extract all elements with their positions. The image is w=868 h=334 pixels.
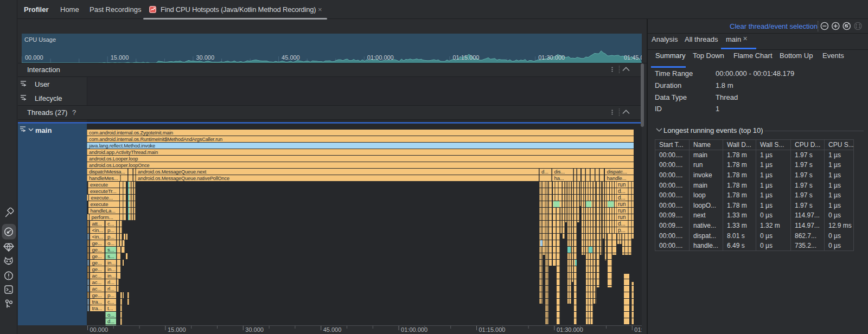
svg-text:in...: in... [107, 266, 116, 272]
svg-text:handleMes...: handleMes... [89, 175, 118, 181]
svg-text:d...: d... [618, 188, 626, 194]
svg-text:00.000: 00.000 [25, 54, 43, 61]
svg-text:o...: o... [107, 312, 114, 318]
svg-text:CPU Usage: CPU Usage [24, 36, 56, 43]
svg-text:15.000: 15.000 [111, 54, 129, 61]
svg-text:30.000: 30.000 [245, 326, 264, 333]
svg-text:01:30.000: 01:30.000 [557, 326, 583, 333]
svg-text:01:15.000: 01:15.000 [453, 54, 480, 61]
svg-text:tra...: tra... [92, 305, 103, 311]
svg-text:java.lang.reflect.Method.invok: java.lang.reflect.Method.invoke [88, 143, 155, 149]
svg-text:att...: att... [92, 221, 102, 227]
svg-text:01:45.0: 01:45.0 [624, 54, 644, 61]
svg-text:rl...: rl... [107, 286, 114, 292]
svg-text:p...: p... [107, 234, 114, 240]
svg-text:ge...: ge... [92, 292, 102, 298]
svg-text:run: run [618, 201, 626, 207]
svg-text:30.000: 30.000 [196, 54, 214, 61]
svg-text:run: run [618, 208, 626, 214]
svg-text:c...: c... [107, 299, 114, 305]
svg-text:tra...: tra... [92, 299, 103, 305]
svg-text:p...: p... [107, 292, 114, 298]
svg-text:d...: d... [107, 318, 114, 324]
svg-text:Lifecycle: Lifecycle [35, 94, 62, 102]
svg-text:execute: execute [91, 201, 108, 207]
svg-text:<in...: <in... [92, 227, 103, 233]
svg-text:s...: s... [107, 247, 114, 253]
svg-text:perform...: perform... [92, 214, 113, 220]
svg-text:s...: s... [107, 253, 114, 259]
svg-text:ge...: ge... [92, 260, 102, 266]
svg-text:executeTr...: executeTr... [90, 188, 117, 194]
svg-text:handleLa...: handleLa... [91, 208, 116, 214]
svg-text:android.os.Looper.loop: android.os.Looper.loop [89, 156, 138, 162]
svg-text:p...: p... [618, 227, 626, 233]
svg-text:run: run [618, 214, 626, 220]
svg-text:01:00.000: 01:00.000 [401, 326, 427, 333]
svg-text:ac...: ac... [92, 279, 102, 285]
svg-text:ac...: ac... [92, 273, 102, 279]
svg-text:ac...: ac... [92, 286, 102, 292]
svg-text:01:00.000: 01:00.000 [367, 54, 394, 61]
svg-text:execute: execute [90, 182, 108, 188]
svg-text:User: User [35, 80, 50, 88]
svg-text:d...: d... [618, 221, 626, 227]
svg-text:ge...: ge... [92, 240, 102, 246]
svg-text:ge...: ge... [92, 253, 102, 259]
svg-text:o...: o... [107, 240, 114, 246]
svg-text:Interaction: Interaction [27, 66, 60, 74]
svg-text:ha...: ha... [554, 175, 564, 181]
svg-text:45.000: 45.000 [323, 326, 342, 333]
svg-text:Threads (27): Threads (27) [27, 108, 67, 117]
svg-text:15.000: 15.000 [168, 326, 186, 333]
svg-text:01:15.000: 01:15.000 [479, 326, 506, 333]
svg-text:com.android.internal.os.Zygote: com.android.internal.os.ZygoteInit.main [89, 130, 173, 136]
svg-text:45.000: 45.000 [282, 54, 300, 61]
svg-text:d...: d... [618, 195, 626, 201]
svg-text:t...: t... [107, 305, 113, 311]
svg-text:android.os.Looper.loopOnce: android.os.Looper.loopOnce [89, 163, 150, 168]
svg-text:dispatchMessa...: dispatchMessa... [89, 169, 125, 175]
svg-text:run: run [618, 182, 626, 188]
svg-text:00.000: 00.000 [90, 326, 108, 333]
svg-text:handle...: handle... [607, 175, 627, 181]
svg-text:ge...: ge... [92, 266, 102, 272]
svg-text:dis...: dis... [554, 169, 565, 175]
svg-text:ge...: ge... [92, 247, 102, 253]
svg-text:?: ? [72, 108, 76, 117]
svg-text:p...: p... [107, 227, 114, 233]
svg-text:execute...: execute... [91, 195, 113, 201]
svg-text:in...: in... [107, 260, 116, 266]
svg-text:android.os.MessageQueue.native: android.os.MessageQueue.nativePollOnce [138, 176, 229, 181]
svg-text:android.app.ActivityThread.mai: android.app.ActivityThread.main [89, 150, 158, 155]
svg-text:rl...: rl... [107, 279, 114, 285]
svg-text:dispatc...: dispatc... [607, 169, 627, 175]
svg-text:c...: c... [107, 221, 114, 227]
svg-text:com.android.internal.os.Runtim: com.android.internal.os.RuntimeInit$Meth… [89, 137, 222, 142]
svg-text:d...: d... [541, 169, 548, 175]
svg-text:in...: in... [107, 273, 116, 279]
svg-text:android.os.MessageQueue.next: android.os.MessageQueue.next [138, 169, 207, 175]
svg-text:<in...: <in... [92, 234, 103, 240]
svg-text:01:30.000: 01:30.000 [538, 54, 565, 61]
svg-text:main: main [35, 126, 52, 134]
